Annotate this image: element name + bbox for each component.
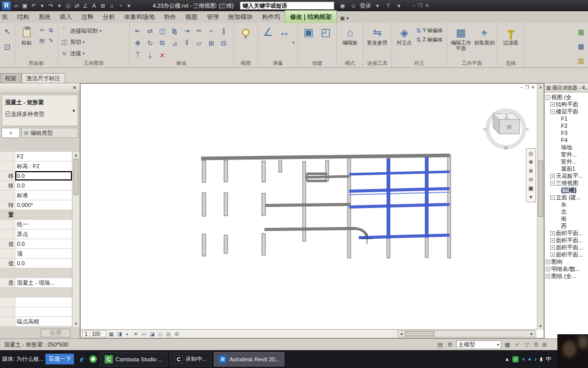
tree-item[interactable]: 东 — [545, 201, 588, 208]
property-row[interactable]: 转 0.000° — [0, 200, 72, 210]
scroll-up-icon[interactable]: ▲ — [74, 153, 78, 157]
edit-workplane-button[interactable]: ▦ 编辑工作平面 — [449, 25, 473, 60]
type-selector[interactable]: 混凝土 - 矩形梁 已选择多种类型 ▼ — [2, 95, 78, 126]
geometry-tool[interactable]: ⌒ 连接端切割 ▾ — [60, 25, 102, 36]
app2-tray-icon[interactable]: ● — [528, 356, 531, 362]
lighting-icon[interactable]: ☀ — [132, 330, 140, 337]
design-options-icon[interactable]: ⚙ — [446, 341, 454, 348]
tree-item[interactable]: F3 — [545, 129, 588, 136]
expander-icon[interactable] — [546, 274, 550, 279]
join-icon[interactable]: ⊞ — [205, 37, 217, 49]
show-crop-icon[interactable]: ◪ — [148, 330, 156, 337]
extra-panel-icon-2[interactable]: ▩ — [575, 40, 587, 52]
property-row[interactable] — [0, 307, 72, 317]
skew-icon[interactable]: ▱ — [193, 37, 205, 49]
ribbon-tab[interactable]: 体量和场地 — [119, 11, 159, 23]
view-visibility-button[interactable] — [236, 25, 256, 60]
revit-task-button[interactable]: R Autodesk Revit 20... — [214, 352, 284, 366]
property-value[interactable] — [15, 268, 72, 278]
property-row[interactable] — [0, 297, 72, 307]
tab-frame[interactable]: 框架 — [0, 73, 21, 83]
ribbon-tab[interactable]: 结构 — [12, 11, 34, 23]
properties-scrollbar[interactable]: ▲ ▼ — [72, 152, 80, 327]
minimize-icon[interactable]: – — [412, 3, 415, 8]
extend-icon[interactable]: ⇥ — [181, 25, 193, 36]
tree-item[interactable]: 面积平面... — [545, 229, 588, 237]
ribbon-tab[interactable]: 分析 — [98, 11, 119, 23]
crop-view-icon[interactable]: ▭ — [140, 330, 148, 337]
ribbon-tab[interactable]: 注释 — [77, 11, 98, 23]
measure-icon[interactable]: ∠ — [261, 25, 275, 39]
property-value[interactable]: 0.0 — [15, 259, 72, 268]
property-row[interactable]: 移 0.0 — [0, 181, 72, 191]
property-value[interactable]: 0.0 — [15, 171, 72, 180]
quick-access-dropdown-icon[interactable]: ▾ — [125, 3, 133, 9]
trim-icon[interactable]: ⌐ — [205, 25, 217, 36]
dimension-icon[interactable]: ↔ — [278, 25, 291, 39]
copy-icon[interactable]: ⧉ — [156, 37, 168, 49]
expander-icon[interactable] — [546, 267, 550, 271]
expander-icon[interactable] — [550, 181, 555, 186]
scroll-up-icon[interactable]: ▲ — [538, 85, 543, 89]
ribbon-tab[interactable]: 视图 — [181, 11, 202, 23]
copy-to-clipboard-icon[interactable]: ⧉ — [46, 25, 56, 35]
baidu-search-button[interactable]: 百度一下 — [45, 354, 74, 364]
transfer-icon[interactable]: ⇄ — [72, 3, 81, 9]
tree-item[interactable]: {三维} — [545, 187, 588, 194]
redo-dropdown-icon[interactable]: ▾ — [55, 3, 64, 9]
drag-elements-icon[interactable]: ⊞ — [541, 341, 548, 348]
property-row[interactable]: 统一 — [0, 220, 72, 229]
tab-modify-structural-framing[interactable]: 修改 | 结构框架 — [285, 10, 337, 23]
scroll-left-icon[interactable]: ◄ — [399, 332, 403, 336]
tree-item[interactable]: 场地 — [545, 144, 588, 151]
volume-icon[interactable]: ♪ — [534, 356, 536, 362]
offset-icon[interactable]: ⇄ — [144, 25, 156, 36]
property-row[interactable]: 移 0.0 — [0, 171, 72, 181]
rotate-icon[interactable]: ↻ — [144, 37, 156, 49]
tree-item[interactable]: 楼层平面 — [545, 108, 588, 115]
edit-type-button[interactable]: ⊞ 编辑类型 — [21, 128, 78, 138]
geometry-tool[interactable]: ⊍ 连接 ▾ — [60, 48, 102, 59]
tree-item[interactable]: 室外... — [545, 151, 588, 158]
account-icon[interactable]: ☺ — [349, 3, 358, 9]
undo-dropdown-icon[interactable]: ▾ — [38, 3, 46, 9]
property-value[interactable]: 标高 : F2 — [15, 162, 72, 171]
expander-icon[interactable] — [550, 102, 555, 107]
create-similar-icon[interactable]: ▣ — [302, 25, 315, 39]
property-row[interactable]: 端点高程 — [0, 317, 72, 327]
axis-offset-button[interactable]: ⇅ Z 轴偏移 — [416, 36, 443, 43]
green-browser-icon[interactable] — [89, 355, 97, 363]
type-dropdown-icon[interactable]: ▼ — [71, 108, 76, 113]
expander-icon[interactable] — [550, 231, 555, 236]
isolate-icon[interactable]: ⊘ — [173, 330, 181, 337]
array-linear-icon[interactable]: ⫴ — [181, 37, 193, 49]
scroll-down-icon[interactable]: ▼ — [538, 324, 543, 329]
property-value[interactable] — [15, 288, 72, 297]
tree-item[interactable]: 图纸 (全... — [545, 272, 588, 280]
help-icon[interactable]: ? — [384, 3, 393, 9]
match-type-icon[interactable]: ▤ — [37, 35, 46, 45]
tree-item[interactable]: 图例 — [545, 258, 588, 265]
scrollbar-thumb[interactable] — [74, 159, 79, 195]
scale-icon[interactable]: ⊿ — [168, 37, 181, 49]
tree-item[interactable]: F1 — [545, 115, 588, 122]
panel-pin-icon[interactable]: ▣ — [340, 15, 345, 21]
geometry-tool[interactable]: ◫ 剪切 ▾ — [60, 36, 102, 48]
revit-logo-icon[interactable]: R — [2, 2, 11, 10]
tree-item[interactable]: F4 — [545, 136, 588, 144]
ribbon-tab[interactable]: 协作 — [159, 11, 181, 23]
axis-offset-button[interactable]: ⇅ Y 轴偏移 — [416, 27, 443, 34]
property-row[interactable]: F2 — [0, 152, 72, 162]
property-value[interactable]: 标准 — [15, 191, 72, 200]
ime-indicator[interactable]: 中 — [546, 355, 551, 363]
property-row[interactable]: 值 0.0 — [0, 259, 72, 268]
shadows-icon[interactable]: ◨ — [115, 330, 124, 337]
activate-dimensions-button[interactable]: 激活尺寸标注 — [21, 73, 65, 83]
tree-item[interactable]: 天花板平... — [545, 172, 588, 179]
view-close-icon[interactable]: ✕ — [531, 85, 535, 90]
property-row[interactable]: 原点 — [0, 229, 72, 239]
ie-browser-icon[interactable]: e — [77, 355, 86, 364]
camtasia-task-button[interactable]: C Camtasia Studio ... — [100, 352, 167, 366]
property-value[interactable] — [15, 297, 72, 307]
expander-icon[interactable] — [550, 109, 555, 114]
